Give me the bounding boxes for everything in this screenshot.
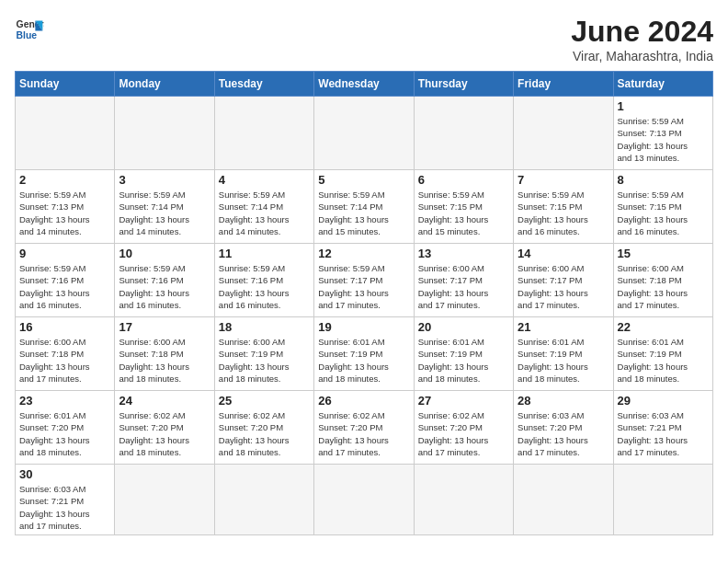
day-number: 1 — [618, 99, 709, 113]
day-info: Sunrise: 5:59 AM Sunset: 7:17 PM Dayligh… — [318, 262, 409, 311]
day-info: Sunrise: 6:01 AM Sunset: 7:20 PM Dayligh… — [19, 409, 110, 458]
calendar-cell: 2Sunrise: 5:59 AM Sunset: 7:13 PM Daylig… — [16, 170, 115, 244]
calendar-cell: 5Sunrise: 5:59 AM Sunset: 7:14 PM Daylig… — [314, 170, 414, 244]
logo: General Blue — [15, 15, 44, 44]
day-info: Sunrise: 6:01 AM Sunset: 7:19 PM Dayligh… — [318, 336, 409, 385]
day-number: 27 — [418, 394, 509, 408]
calendar-title: June 2024 — [571, 15, 713, 49]
week-row-2: 9Sunrise: 5:59 AM Sunset: 7:16 PM Daylig… — [16, 244, 713, 317]
day-info: Sunrise: 6:00 AM Sunset: 7:19 PM Dayligh… — [219, 336, 310, 385]
calendar-cell: 6Sunrise: 5:59 AM Sunset: 7:15 PM Daylig… — [414, 170, 513, 244]
day-number: 22 — [618, 320, 709, 334]
title-area: June 2024 Virar, Maharashtra, India — [571, 15, 713, 63]
calendar-cell: 13Sunrise: 6:00 AM Sunset: 7:17 PM Dayli… — [414, 244, 513, 317]
day-info: Sunrise: 6:02 AM Sunset: 7:20 PM Dayligh… — [219, 409, 310, 458]
day-info: Sunrise: 6:03 AM Sunset: 7:21 PM Dayligh… — [618, 409, 709, 458]
day-info: Sunrise: 5:59 AM Sunset: 7:14 PM Dayligh… — [219, 189, 310, 237]
day-number: 4 — [219, 173, 310, 187]
calendar-cell — [214, 97, 313, 170]
day-number: 9 — [19, 247, 110, 260]
day-info: Sunrise: 5:59 AM Sunset: 7:15 PM Dayligh… — [618, 189, 709, 237]
header-friday: Friday — [514, 72, 613, 97]
calendar-cell: 14Sunrise: 6:00 AM Sunset: 7:17 PM Dayli… — [514, 244, 613, 317]
day-info: Sunrise: 6:00 AM Sunset: 7:17 PM Dayligh… — [418, 262, 509, 311]
day-number: 8 — [618, 173, 709, 187]
calendar-cell — [414, 97, 513, 170]
day-number: 26 — [318, 394, 409, 408]
calendar-cell — [16, 97, 115, 170]
calendar-cell: 29Sunrise: 6:03 AM Sunset: 7:21 PM Dayli… — [613, 391, 712, 465]
page-header: General Blue June 2024 Virar, Maharashtr… — [15, 15, 713, 63]
day-info: Sunrise: 5:59 AM Sunset: 7:16 PM Dayligh… — [19, 262, 110, 311]
calendar-cell: 1Sunrise: 5:59 AM Sunset: 7:13 PM Daylig… — [613, 97, 712, 170]
week-row-5: 30Sunrise: 6:03 AM Sunset: 7:21 PM Dayli… — [16, 465, 713, 535]
day-info: Sunrise: 5:59 AM Sunset: 7:13 PM Dayligh… — [19, 189, 110, 237]
day-number: 6 — [418, 173, 509, 187]
calendar-cell: 4Sunrise: 5:59 AM Sunset: 7:14 PM Daylig… — [214, 170, 313, 244]
day-number: 21 — [518, 320, 609, 334]
day-info: Sunrise: 5:59 AM Sunset: 7:13 PM Dayligh… — [618, 115, 709, 164]
day-info: Sunrise: 5:59 AM Sunset: 7:14 PM Dayligh… — [318, 189, 409, 237]
calendar-cell: 21Sunrise: 6:01 AM Sunset: 7:19 PM Dayli… — [514, 317, 613, 391]
calendar-cell: 12Sunrise: 5:59 AM Sunset: 7:17 PM Dayli… — [314, 244, 414, 317]
week-row-1: 2Sunrise: 5:59 AM Sunset: 7:13 PM Daylig… — [16, 170, 713, 244]
day-number: 24 — [119, 394, 210, 408]
day-number: 16 — [19, 320, 110, 334]
calendar-cell — [314, 465, 414, 535]
calendar-cell: 17Sunrise: 6:00 AM Sunset: 7:18 PM Dayli… — [115, 317, 214, 391]
calendar-cell: 3Sunrise: 5:59 AM Sunset: 7:14 PM Daylig… — [115, 170, 214, 244]
day-number: 23 — [19, 394, 110, 408]
day-number: 20 — [418, 320, 509, 334]
calendar-cell — [314, 97, 414, 170]
day-info: Sunrise: 6:01 AM Sunset: 7:19 PM Dayligh… — [618, 336, 709, 385]
day-number: 7 — [518, 173, 609, 187]
calendar-cell: 27Sunrise: 6:02 AM Sunset: 7:20 PM Dayli… — [414, 391, 513, 465]
day-number: 14 — [518, 247, 609, 260]
day-number: 19 — [318, 320, 409, 334]
day-number: 18 — [219, 320, 310, 334]
day-info: Sunrise: 6:00 AM Sunset: 7:18 PM Dayligh… — [618, 262, 709, 311]
week-row-4: 23Sunrise: 6:01 AM Sunset: 7:20 PM Dayli… — [16, 391, 713, 465]
calendar-subtitle: Virar, Maharashtra, India — [571, 49, 713, 63]
calendar-cell — [613, 465, 712, 535]
day-info: Sunrise: 5:59 AM Sunset: 7:16 PM Dayligh… — [119, 262, 210, 311]
calendar-cell — [214, 465, 313, 535]
calendar-cell: 26Sunrise: 6:02 AM Sunset: 7:20 PM Dayli… — [314, 391, 414, 465]
calendar-cell — [514, 97, 613, 170]
day-number: 13 — [418, 247, 509, 260]
header-row: SundayMondayTuesdayWednesdayThursdayFrid… — [16, 72, 713, 97]
calendar-cell: 30Sunrise: 6:03 AM Sunset: 7:21 PM Dayli… — [16, 465, 115, 535]
day-number: 5 — [318, 173, 409, 187]
calendar-cell: 19Sunrise: 6:01 AM Sunset: 7:19 PM Dayli… — [314, 317, 414, 391]
calendar-cell: 20Sunrise: 6:01 AM Sunset: 7:19 PM Dayli… — [414, 317, 513, 391]
day-number: 15 — [618, 247, 709, 260]
calendar-cell: 24Sunrise: 6:02 AM Sunset: 7:20 PM Dayli… — [115, 391, 214, 465]
day-number: 3 — [119, 173, 210, 187]
day-info: Sunrise: 6:02 AM Sunset: 7:20 PM Dayligh… — [119, 409, 210, 458]
day-info: Sunrise: 6:01 AM Sunset: 7:19 PM Dayligh… — [418, 336, 509, 385]
day-info: Sunrise: 6:03 AM Sunset: 7:21 PM Dayligh… — [19, 483, 110, 532]
week-row-3: 16Sunrise: 6:00 AM Sunset: 7:18 PM Dayli… — [16, 317, 713, 391]
day-number: 2 — [19, 173, 110, 187]
calendar-cell — [514, 465, 613, 535]
day-info: Sunrise: 5:59 AM Sunset: 7:15 PM Dayligh… — [418, 189, 509, 237]
svg-text:Blue: Blue — [17, 30, 38, 40]
day-info: Sunrise: 6:02 AM Sunset: 7:20 PM Dayligh… — [418, 409, 509, 458]
calendar-cell: 18Sunrise: 6:00 AM Sunset: 7:19 PM Dayli… — [214, 317, 313, 391]
day-number: 25 — [219, 394, 310, 408]
day-info: Sunrise: 6:00 AM Sunset: 7:17 PM Dayligh… — [518, 262, 609, 311]
calendar-cell — [115, 97, 214, 170]
day-number: 30 — [19, 467, 110, 481]
week-row-0: 1Sunrise: 5:59 AM Sunset: 7:13 PM Daylig… — [16, 97, 713, 170]
day-info: Sunrise: 6:03 AM Sunset: 7:20 PM Dayligh… — [518, 409, 609, 458]
calendar-cell: 22Sunrise: 6:01 AM Sunset: 7:19 PM Dayli… — [613, 317, 712, 391]
calendar-cell: 28Sunrise: 6:03 AM Sunset: 7:20 PM Dayli… — [514, 391, 613, 465]
day-info: Sunrise: 5:59 AM Sunset: 7:14 PM Dayligh… — [119, 189, 210, 237]
day-info: Sunrise: 6:02 AM Sunset: 7:20 PM Dayligh… — [318, 409, 409, 458]
header-sunday: Sunday — [16, 72, 115, 97]
calendar-cell — [115, 465, 214, 535]
day-info: Sunrise: 6:00 AM Sunset: 7:18 PM Dayligh… — [119, 336, 210, 385]
calendar-cell: 23Sunrise: 6:01 AM Sunset: 7:20 PM Dayli… — [16, 391, 115, 465]
header-wednesday: Wednesday — [314, 72, 414, 97]
day-number: 29 — [618, 394, 709, 408]
